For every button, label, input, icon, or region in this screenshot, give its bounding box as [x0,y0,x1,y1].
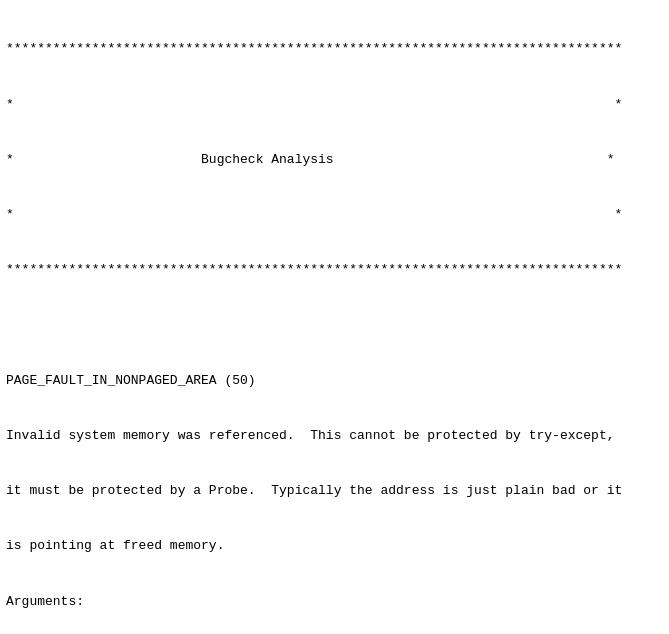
main-content: ****************************************… [6,4,663,634]
arguments-label: Arguments: [6,593,663,612]
header-title-text: * Bugcheck Analysis * [6,151,663,170]
empty-line-1 [6,316,663,335]
header-stars-bottom: ****************************************… [6,261,663,280]
desc-line3: is pointing at freed memory. [6,537,663,556]
error-code: PAGE_FAULT_IN_NONPAGED_AREA (50) [6,372,663,391]
desc-line1: Invalid system memory was referenced. Th… [6,427,663,446]
desc-line2: it must be protected by a Probe. Typical… [6,482,663,501]
header-stars-top: ****************************************… [6,40,663,59]
header-title-line2: * * [6,206,663,225]
header-title-line1: * * [6,96,663,115]
